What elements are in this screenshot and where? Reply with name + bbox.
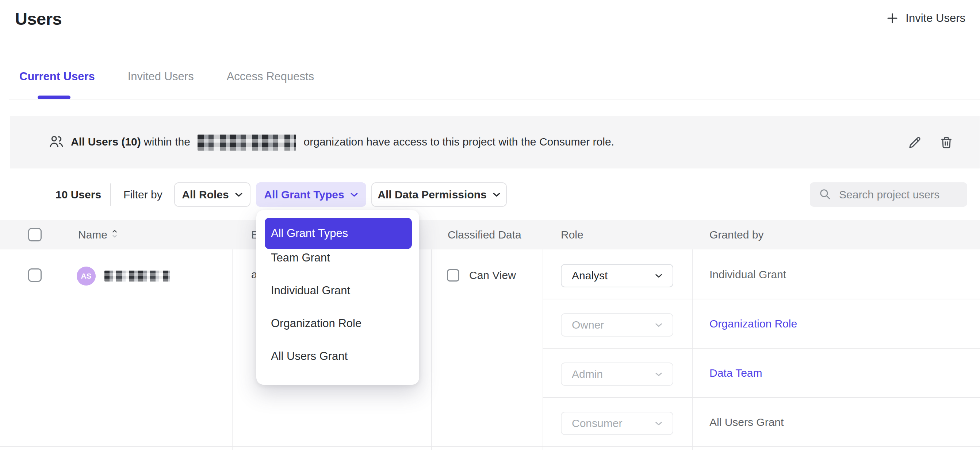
- pencil-icon: [907, 135, 922, 150]
- dropdown-item-all-users-grant[interactable]: All Users Grant: [271, 350, 348, 363]
- filter-all-grant-types-label: All Grant Types: [264, 189, 344, 201]
- invite-users-button[interactable]: Invite Users: [886, 12, 966, 25]
- plus-icon: [886, 12, 899, 25]
- filter-by-label: Filter by: [123, 189, 162, 201]
- filter-all-grant-types[interactable]: All Grant Types: [256, 182, 366, 207]
- role-select-value: Admin: [572, 368, 603, 380]
- toolbar-divider: [110, 184, 111, 206]
- role-select-owner: Owner: [561, 313, 673, 337]
- dropdown-item-team-grant[interactable]: Team Grant: [271, 251, 330, 265]
- granted-by-value: All Users Grant: [710, 416, 784, 428]
- subrow-divider: [542, 348, 980, 349]
- column-divider: [232, 249, 232, 450]
- chevron-down-icon: [655, 274, 662, 278]
- column-divider: [431, 249, 432, 450]
- users-page: Users Invite Users Current Users Invited…: [0, 0, 980, 450]
- filter-toolbar: 10 Users Filter by All Roles All Grant T…: [0, 182, 980, 207]
- granted-by-link[interactable]: Organization Role: [710, 318, 797, 330]
- tab-access-requests[interactable]: Access Requests: [227, 70, 314, 83]
- banner-text-before: within the: [144, 135, 190, 147]
- chevron-down-icon: [655, 421, 662, 426]
- edit-button[interactable]: [907, 135, 922, 150]
- filter-all-roles-label: All Roles: [182, 189, 229, 201]
- tab-invited-users[interactable]: Invited Users: [128, 70, 194, 83]
- chevron-down-icon: [350, 192, 358, 197]
- sort-icon[interactable]: [112, 229, 118, 241]
- column-divider: [542, 249, 543, 450]
- column-divider: [692, 249, 693, 450]
- col-granted-by: Granted by: [710, 229, 764, 241]
- tab-bar: Current Users Invited Users Access Reque…: [19, 70, 314, 83]
- can-view-label: Can View: [469, 269, 516, 282]
- role-select-consumer: Consumer: [561, 412, 673, 435]
- search-icon: [819, 188, 831, 202]
- subrow-divider: [542, 397, 980, 398]
- redacted-user-name: [104, 271, 170, 282]
- role-select-value: Owner: [572, 319, 604, 331]
- chevron-down-icon: [493, 192, 501, 197]
- can-view-checkbox[interactable]: [447, 269, 459, 282]
- subrow-divider: [542, 299, 980, 299]
- chevron-down-icon: [655, 323, 662, 328]
- trash-icon: [939, 135, 954, 150]
- dropdown-item-organization-role[interactable]: Organization Role: [271, 317, 361, 330]
- role-select-value: Analyst: [572, 269, 608, 282]
- active-tab-underline: [38, 95, 70, 99]
- granted-by-link[interactable]: Data Team: [710, 367, 762, 379]
- tabs-divider: [9, 100, 980, 100]
- row-checkbox[interactable]: [28, 268, 41, 282]
- filter-all-data-permissions[interactable]: All Data Permissions: [371, 182, 507, 207]
- tab-current-users[interactable]: Current Users: [19, 70, 95, 83]
- col-role: Role: [561, 229, 584, 241]
- users-count: 10 Users: [56, 189, 101, 201]
- role-select-value: Consumer: [572, 417, 622, 429]
- dropdown-item-individual-grant[interactable]: Individual Grant: [271, 284, 350, 297]
- chevron-down-icon: [655, 372, 662, 377]
- invite-users-label: Invite Users: [905, 12, 966, 25]
- redacted-org-name: [197, 135, 296, 151]
- role-select-analyst[interactable]: Analyst: [561, 264, 673, 287]
- col-classified-data: Classified Data: [448, 229, 522, 241]
- dropdown-item-all-grant-types[interactable]: All Grant Types: [265, 218, 412, 249]
- users-group-icon: [48, 133, 65, 152]
- granted-by-value: Individual Grant: [710, 268, 786, 281]
- banner-actions: [907, 135, 954, 150]
- banner-text-after: organization have access to this project…: [304, 135, 614, 147]
- col-name[interactable]: Name: [78, 229, 118, 241]
- banner-bold-text: All Users (10): [71, 135, 141, 147]
- chevron-down-icon: [235, 192, 243, 197]
- banner-message: All Users (10) within the organization h…: [71, 135, 614, 151]
- select-all-checkbox[interactable]: [28, 228, 41, 241]
- page-title: Users: [15, 9, 62, 29]
- filter-all-data-permissions-label: All Data Permissions: [377, 189, 486, 201]
- search-input[interactable]: [839, 189, 958, 201]
- filter-all-roles[interactable]: All Roles: [174, 182, 250, 207]
- search-box: [810, 182, 967, 207]
- role-select-admin: Admin: [561, 363, 673, 386]
- delete-button[interactable]: [939, 135, 954, 150]
- table-body: AS a Can View Analyst Individual Grant O…: [0, 249, 980, 450]
- row-divider: [0, 446, 980, 447]
- all-users-banner: All Users (10) within the organization h…: [10, 116, 980, 168]
- col-name-label: Name: [78, 229, 107, 241]
- grant-types-dropdown-menu: All Grant Types Team Grant Individual Gr…: [256, 210, 419, 385]
- avatar: AS: [77, 266, 95, 285]
- table-header: Name E Classified Data Role Granted by: [0, 220, 980, 249]
